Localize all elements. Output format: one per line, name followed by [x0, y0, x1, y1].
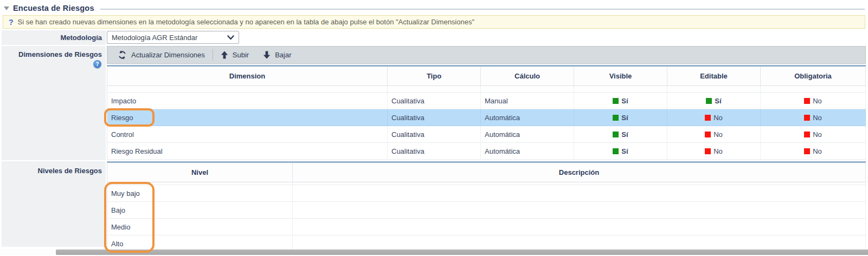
dimension-cell: Riesgo: [107, 109, 388, 126]
visible-value: Sí: [621, 114, 628, 122]
tipo-cell: Cualitativa: [388, 93, 481, 109]
column-header-calculo: Cálculo: [481, 67, 574, 86]
visible-value: Sí: [621, 97, 628, 105]
column-header-editable: Editable: [667, 67, 761, 86]
niveles-row[interactable]: Bajo: [107, 202, 866, 219]
column-header-tipo: Tipo: [388, 67, 481, 86]
calculo-cell: Automática: [481, 126, 574, 143]
nivel-cell: Medio: [107, 219, 293, 235]
arrow-up-icon: [221, 51, 228, 59]
column-header-descripcion: Descripción: [293, 163, 866, 182]
dimensiones-header-row: Dimension Tipo Cálculo Visible Editable …: [107, 67, 866, 86]
editable-cell: Sí: [667, 93, 761, 109]
status-square-icon: [804, 98, 810, 104]
dimensiones-row[interactable]: Impacto Cualitativa Manual Sí Sí No: [107, 93, 866, 109]
dimension-cell: Impacto: [107, 93, 388, 109]
calculo-cell: Automática: [481, 109, 574, 126]
editable-cell: No: [667, 143, 761, 160]
visible-cell: Sí: [574, 126, 667, 143]
editable-value: No: [713, 147, 723, 155]
panel-title: Encuesta de Riesgos: [13, 4, 94, 12]
subir-label: Subir: [233, 51, 249, 59]
editable-value: No: [713, 130, 723, 139]
status-square-icon: [705, 115, 711, 121]
nivel-cell: Muy bajo: [107, 185, 293, 202]
dimensiones-table: Dimension Tipo Cálculo Visible Editable …: [107, 65, 866, 160]
niveles-label-cell: Niveles de Riesgos: [2, 161, 106, 247]
status-square-icon: [804, 148, 810, 154]
dimensiones-row[interactable]: Control Cualitativa Automática Sí No No: [107, 126, 866, 143]
arrow-down-icon: [263, 51, 271, 59]
obligatoria-value: No: [813, 130, 822, 139]
encuesta-panel: Encuesta de Riesgos ? Si se han creado n…: [0, 0, 868, 256]
descripcion-cell: [293, 202, 866, 219]
metodologia-select[interactable]: Metodología AGR Estándar: [107, 31, 239, 44]
tipo-cell: Cualitativa: [388, 109, 481, 126]
editable-cell: No: [667, 109, 761, 126]
dimension-cell: Riesgo Residual: [107, 143, 388, 160]
visible-cell: Sí: [574, 143, 667, 160]
column-header-obligatoria: Obligatoria: [761, 67, 866, 86]
obligatoria-value: No: [813, 147, 822, 155]
metodologia-selected-value: Metodología AGR Estándar: [112, 34, 227, 42]
obligatoria-cell: No: [761, 93, 866, 109]
dimensiones-row[interactable]: Riesgo Residual Cualitativa Automática S…: [107, 143, 866, 160]
dimensiones-toolbar: Actualizar Dimensiones Subir Bajar: [107, 46, 866, 64]
obligatoria-cell: No: [761, 126, 866, 143]
niveles-row[interactable]: Medio: [107, 219, 866, 235]
help-icon[interactable]: ?: [93, 60, 101, 68]
horizontal-scrollbar-thumb[interactable]: [56, 250, 868, 255]
panel-header: Encuesta de Riesgos: [4, 3, 865, 13]
chevron-down-icon: [227, 35, 234, 40]
status-square-icon: [613, 148, 619, 154]
bajar-button[interactable]: Bajar: [260, 47, 294, 63]
editable-value: Sí: [715, 97, 721, 105]
metodologia-label-cell: Metodología: [2, 30, 106, 45]
status-square-icon: [804, 115, 810, 121]
calculo-cell: Manual: [481, 93, 574, 109]
obligatoria-cell: No: [761, 109, 866, 126]
column-header-dimension: Dimension: [107, 67, 388, 86]
actualizar-dimensiones-label: Actualizar Dimensiones: [131, 51, 205, 59]
visible-cell: Sí: [574, 109, 667, 126]
editable-value: No: [713, 114, 723, 122]
obligatoria-value: No: [813, 97, 822, 105]
descripcion-cell: [293, 219, 866, 235]
dimensiones-label: Dimensiones de Riesgos: [2, 46, 106, 58]
question-mark-icon: ?: [9, 18, 14, 27]
column-header-nivel: Nivel: [107, 163, 293, 182]
status-square-icon: [613, 98, 619, 104]
tipo-cell: Cualitativa: [388, 143, 481, 160]
metodologia-label: Metodología: [2, 30, 106, 45]
status-square-icon: [705, 148, 711, 154]
subir-button[interactable]: Subir: [217, 47, 252, 63]
niveles-header-row: Nivel Descripción: [107, 163, 866, 182]
tipo-cell: Cualitativa: [388, 126, 481, 143]
visible-value: Sí: [621, 130, 628, 139]
collapse-icon[interactable]: [4, 6, 9, 10]
status-square-icon: [705, 132, 711, 137]
info-message: Si se han creado nuevas dimensiones en l…: [18, 18, 475, 26]
calculo-cell: Automática: [481, 143, 574, 160]
dimensiones-row[interactable]: Riesgo Cualitativa Automática Sí No No: [107, 109, 866, 126]
obligatoria-cell: No: [761, 143, 866, 160]
niveles-row[interactable]: Muy bajo: [107, 185, 866, 202]
status-square-icon: [804, 132, 810, 137]
status-square-icon: [706, 98, 712, 104]
nivel-cell: Bajo: [107, 202, 293, 219]
bajar-label: Bajar: [275, 51, 291, 59]
header-spacer-row: [107, 86, 866, 93]
horizontal-scrollbar: [0, 250, 868, 255]
niveles-label: Niveles de Riesgos: [2, 161, 106, 175]
header-divider: [100, 9, 865, 10]
column-header-visible: Visible: [574, 67, 667, 86]
toolbar-separator: [213, 49, 213, 61]
status-square-icon: [613, 115, 619, 121]
niveles-table: Nivel Descripción Muy bajo Bajo Medio Al…: [107, 161, 866, 252]
refresh-icon: [118, 50, 127, 60]
dimension-cell: Control: [107, 126, 388, 143]
info-bar: ? Si se han creado nuevas dimensiones en…: [3, 15, 865, 29]
dimensiones-label-cell: Dimensiones de Riesgos ?: [2, 46, 106, 160]
visible-value: Sí: [621, 147, 628, 155]
actualizar-dimensiones-button[interactable]: Actualizar Dimensiones: [114, 47, 208, 63]
